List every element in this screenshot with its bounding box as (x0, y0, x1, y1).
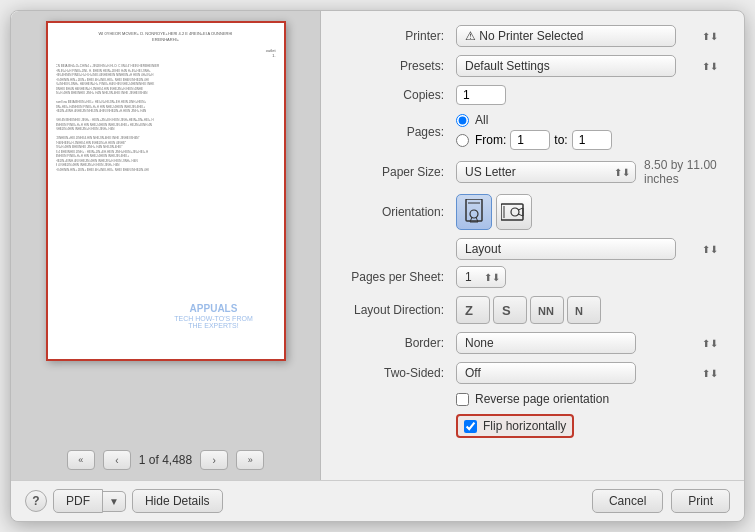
layout-dir-z-button[interactable]: Z (456, 296, 490, 324)
reverse-orientation-label: Reverse page orientation (475, 392, 609, 406)
hide-details-button[interactable]: Hide Details (132, 489, 223, 513)
printer-label: Printer: (341, 29, 456, 43)
layout-section-arrow: ⬆⬇ (702, 244, 718, 255)
svg-text:S: S (502, 303, 511, 318)
pages-from-radio[interactable] (456, 134, 469, 147)
svg-text:N: N (575, 305, 583, 317)
flip-horizontally-row: Flip horizontally (341, 414, 724, 438)
watermark-tagline1: TECH HOW-TO'S FROM (154, 315, 274, 322)
settings-panel: Printer: ⚠ No Printer Selected ⬆⬇ Preset… (321, 11, 744, 480)
two-sided-label: Two-Sided: (341, 366, 456, 380)
paper-size-row: Paper Size: US Letter ⬆⬇ 8.50 by 11.00 i… (341, 158, 724, 186)
orientation-portrait-button[interactable] (456, 194, 492, 230)
pages-from-label: From: (475, 133, 506, 147)
pages-row: Pages: All From: to: (341, 113, 724, 150)
layout-section-row: Layout ⬆⬇ (341, 238, 724, 260)
reverse-orientation-checkbox-row: Reverse page orientation (456, 392, 724, 406)
reverse-orientation-row: Reverse page orientation (341, 392, 724, 406)
printer-row: Printer: ⚠ No Printer Selected ⬆⬇ (341, 25, 724, 47)
svg-text:NN: NN (538, 305, 554, 317)
paper-size-select[interactable]: US Letter (456, 161, 636, 183)
layout-direction-label: Layout Direction: (341, 303, 456, 317)
border-arrow: ⬆⬇ (702, 338, 718, 349)
pages-all-row: All (456, 113, 724, 127)
copies-row: Copies: 1 (341, 85, 724, 105)
cancel-button[interactable]: Cancel (592, 489, 663, 513)
preview-page-num: 1. (272, 53, 275, 58)
page-indicator: 1 of 4,488 (139, 453, 192, 467)
two-sided-arrow: ⬆⬇ (702, 368, 718, 379)
copies-label: Copies: (341, 88, 456, 102)
orientation-label: Orientation: (341, 205, 456, 219)
bottom-left: ? PDF ▼ Hide Details (25, 489, 223, 513)
bottom-bar: ? PDF ▼ Hide Details Cancel Print (11, 480, 744, 521)
pdf-arrow-button[interactable]: ▼ (103, 491, 126, 512)
layout-section-select[interactable]: Layout (456, 238, 676, 260)
printer-select[interactable]: ⚠ No Printer Selected (456, 25, 676, 47)
pages-per-sheet-label: Pages per Sheet: (341, 270, 456, 284)
copies-input[interactable]: 1 (456, 85, 506, 105)
preview-header-text: WI 0YHEOR MOVER+ D. NONROYE+HERI 4.2 E 4… (56, 31, 276, 42)
layout-direction-row: Layout Direction: Z S (341, 296, 724, 324)
pages-to-label: to: (554, 133, 567, 147)
portrait-icon (464, 199, 484, 225)
layout-dir-n1-button[interactable]: NN (530, 296, 564, 324)
two-sided-row: Two-Sided: Off ⬆⬇ (341, 362, 724, 384)
pages-to-input[interactable] (572, 130, 612, 150)
orientation-landscape-button[interactable] (496, 194, 532, 230)
layout-dir-s-button[interactable]: S (493, 296, 527, 324)
pages-from-row: From: to: (456, 130, 724, 150)
border-row: Border: None ⬆⬇ (341, 332, 724, 354)
pdf-button[interactable]: PDF (53, 489, 103, 513)
border-label: Border: (341, 336, 456, 350)
orientation-group (456, 194, 724, 230)
watermark-tagline2: THE EXPERTS! (154, 322, 274, 329)
presets-select[interactable]: Default Settings (456, 55, 676, 77)
nav-next-button[interactable]: › (200, 450, 228, 470)
nav-prev-button[interactable]: ‹ (103, 450, 131, 470)
pages-label: Pages: (341, 125, 456, 139)
preview-page: WI 0YHEOR MOVER+ D. NONROYE+HERI 4.2 E 4… (46, 21, 286, 361)
pages-from-input[interactable] (510, 130, 550, 150)
bottom-right: Cancel Print (592, 489, 730, 513)
flip-horizontally-label: Flip horizontally (483, 419, 566, 433)
nav-last-button[interactable]: » (236, 450, 264, 470)
preview-watermark: APPUALS TECH HOW-TO'S FROM THE EXPERTS! (154, 303, 274, 329)
pages-per-sheet-row: Pages per Sheet: 1 ⬆⬇ (341, 266, 724, 288)
pages-per-sheet-select[interactable]: 1 (456, 266, 506, 288)
presets-select-arrow: ⬆⬇ (702, 61, 718, 72)
flip-horizontally-highlight: Flip horizontally (456, 414, 574, 438)
two-sided-select[interactable]: Off (456, 362, 636, 384)
print-button[interactable]: Print (671, 489, 730, 513)
flip-horizontally-checkbox[interactable] (464, 420, 477, 433)
paper-size-info: 8.50 by 11.00 inches (644, 158, 724, 186)
help-button[interactable]: ? (25, 490, 47, 512)
pages-all-radio[interactable] (456, 114, 469, 127)
reverse-orientation-checkbox[interactable] (456, 393, 469, 406)
printer-select-arrow: ⬆⬇ (702, 31, 718, 42)
pages-all-label: All (475, 113, 488, 127)
border-select[interactable]: None (456, 332, 636, 354)
svg-text:Z: Z (465, 303, 473, 318)
landscape-icon (501, 201, 527, 223)
layout-dir-n2-button[interactable]: N (567, 296, 601, 324)
print-dialog: WI 0YHEOR MOVER+ D. NONROYE+HERI 4.2 E 4… (10, 10, 745, 522)
paper-size-label: Paper Size: (341, 165, 456, 179)
pdf-button-group: PDF ▼ (53, 489, 126, 513)
layout-direction-group: Z S NN (456, 296, 724, 324)
preview-body-text: CN BEIA BH4+O+CHIN4 + JINJEHIN+H.HI-O: C… (56, 64, 276, 172)
preview-nav: « ‹ 1 of 4,488 › » (67, 450, 264, 470)
svg-point-8 (511, 208, 519, 216)
presets-row: Presets: Default Settings ⬆⬇ (341, 55, 724, 77)
nav-first-button[interactable]: « (67, 450, 95, 470)
svg-point-2 (470, 210, 478, 218)
preview-panel: WI 0YHEOR MOVER+ D. NONROYE+HERI 4.2 E 4… (11, 11, 321, 480)
watermark-brand: APPUALS (154, 303, 274, 315)
presets-label: Presets: (341, 59, 456, 73)
orientation-row: Orientation: (341, 194, 724, 230)
